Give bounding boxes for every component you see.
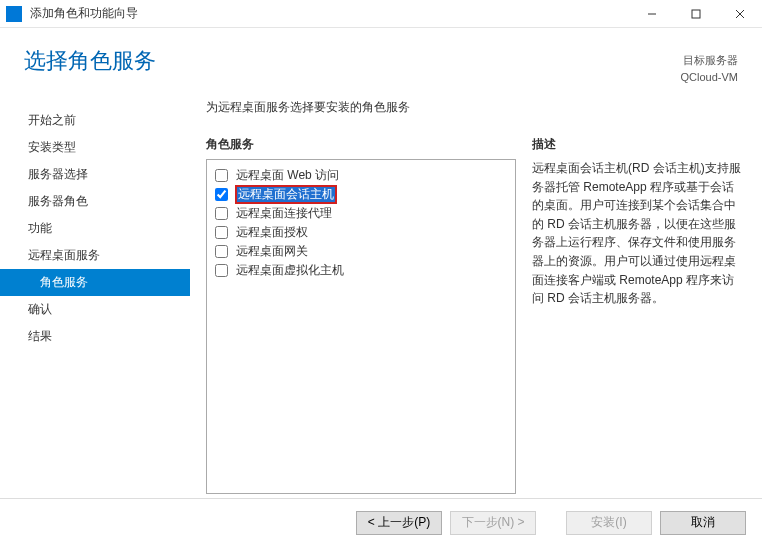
description-text: 远程桌面会话主机(RD 会话主机)支持服务器托管 RemoteApp 程序或基于… (532, 159, 742, 308)
sidebar-item[interactable]: 结果 (0, 323, 190, 350)
footer: < 上一步(P) 下一步(N) > 安装(I) 取消 (0, 498, 762, 546)
role-item[interactable]: 远程桌面授权 (215, 223, 507, 242)
sidebar-item[interactable]: 角色服务 (0, 269, 190, 296)
main-panel: 为远程桌面服务选择要安装的角色服务 角色服务 远程桌面 Web 访问远程桌面会话… (190, 95, 762, 525)
role-label: 远程桌面虚拟化主机 (236, 262, 344, 279)
install-button[interactable]: 安装(I) (566, 511, 652, 535)
sidebar-item[interactable]: 功能 (0, 215, 190, 242)
role-label: 远程桌面 Web 访问 (236, 167, 339, 184)
prev-button[interactable]: < 上一步(P) (356, 511, 442, 535)
instruction-text: 为远程桌面服务选择要安装的角色服务 (206, 99, 762, 116)
sidebar-item[interactable]: 服务器角色 (0, 188, 190, 215)
role-checkbox[interactable] (215, 188, 228, 201)
role-item[interactable]: 远程桌面连接代理 (215, 204, 507, 223)
sidebar-item[interactable]: 确认 (0, 296, 190, 323)
role-label: 远程桌面连接代理 (236, 205, 332, 222)
maximize-button[interactable] (674, 0, 718, 28)
role-item[interactable]: 远程桌面会话主机 (215, 185, 507, 204)
role-item[interactable]: 远程桌面虚拟化主机 (215, 261, 507, 280)
role-item[interactable]: 远程桌面 Web 访问 (215, 166, 507, 185)
role-label: 远程桌面会话主机 (236, 186, 336, 203)
role-checkbox[interactable] (215, 226, 228, 239)
window-controls (630, 0, 762, 28)
cancel-button[interactable]: 取消 (660, 511, 746, 535)
minimize-button[interactable] (630, 0, 674, 28)
role-label: 远程桌面授权 (236, 224, 308, 241)
sidebar-item[interactable]: 远程桌面服务 (0, 242, 190, 269)
svg-rect-1 (692, 10, 700, 18)
description-title: 描述 (532, 136, 742, 153)
role-label: 远程桌面网关 (236, 243, 308, 260)
sidebar-item[interactable]: 开始之前 (0, 107, 190, 134)
role-checkbox[interactable] (215, 245, 228, 258)
close-button[interactable] (718, 0, 762, 28)
sidebar-item[interactable]: 服务器选择 (0, 161, 190, 188)
app-icon (6, 6, 22, 22)
titlebar: 添加角色和功能向导 (0, 0, 762, 28)
roles-listbox[interactable]: 远程桌面 Web 访问远程桌面会话主机远程桌面连接代理远程桌面授权远程桌面网关远… (206, 159, 516, 494)
sidebar-item[interactable]: 安装类型 (0, 134, 190, 161)
sidebar: 开始之前安装类型服务器选择服务器角色功能远程桌面服务角色服务确认结果 (0, 95, 190, 525)
role-item[interactable]: 远程桌面网关 (215, 242, 507, 261)
target-info: 目标服务器 QCloud-VM (681, 46, 738, 85)
target-label: 目标服务器 (681, 52, 738, 69)
roles-title: 角色服务 (206, 136, 516, 153)
window-title: 添加角色和功能向导 (30, 5, 630, 22)
role-checkbox[interactable] (215, 264, 228, 277)
role-checkbox[interactable] (215, 169, 228, 182)
page-heading: 选择角色服务 (24, 46, 681, 76)
role-checkbox[interactable] (215, 207, 228, 220)
header: 选择角色服务 目标服务器 QCloud-VM (0, 28, 762, 95)
target-value: QCloud-VM (681, 69, 738, 86)
next-button[interactable]: 下一步(N) > (450, 511, 536, 535)
